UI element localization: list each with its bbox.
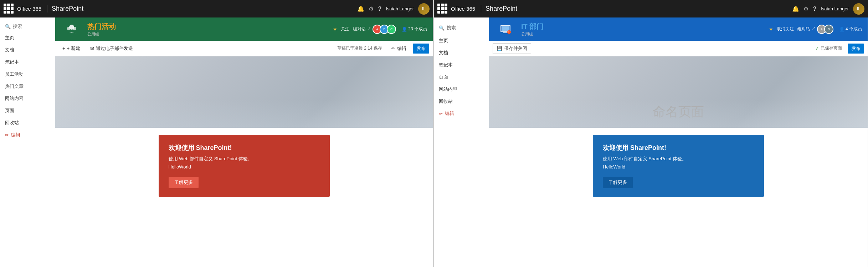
site-title-right: IT 部门 xyxy=(521,22,764,31)
search-row-left[interactable]: 🔍 搜索 xyxy=(0,21,55,32)
member-count-left: 👤 23 个成员 xyxy=(402,26,427,32)
publish-btn-left[interactable]: 发布 xyxy=(413,44,429,54)
sidebar-item-recycle-left[interactable]: 回收站 xyxy=(0,117,55,129)
welcome-box-left: 欢迎使用 SharePoint! 使用 Web 部件自定义 SharePoint… xyxy=(159,135,330,197)
welcome-title-right: 欢迎使用 SharePoint! xyxy=(603,143,754,152)
member-avatar-r2: B xyxy=(824,25,833,34)
welcome-line2-right: HelloWorld xyxy=(603,164,754,170)
waffle-icon-left[interactable] xyxy=(4,4,14,14)
toolbar-right: 💾 保存并关闭 ✓ 已保存页面 发布 xyxy=(489,41,868,56)
content-area-left: 热门活动 公用组 ★ 关注 组对话 ↗ A B C xyxy=(55,17,433,267)
publish-btn-right[interactable]: 发布 xyxy=(848,44,864,54)
member-avatars-left: A B C xyxy=(375,25,396,34)
sidebar-item-sitecontent-right[interactable]: 网站内容 xyxy=(434,83,489,95)
sidebar-item-home-left[interactable]: 主页 xyxy=(0,32,55,44)
page-name-text-right: 命名页面 xyxy=(653,103,704,121)
nav-separator-left xyxy=(47,5,47,12)
waffle-icon-right[interactable] xyxy=(437,4,448,14)
welcome-section-left: 欢迎使用 SharePoint! 使用 Web 部件自定义 SharePoint… xyxy=(55,128,433,267)
site-title-block-right: IT 部门 公用组 xyxy=(521,22,764,37)
welcome-line2-left: HelloWorld xyxy=(169,164,320,170)
pencil-icon-toolbar-left: ✏ xyxy=(391,46,395,51)
email-icon-left: ✉ xyxy=(90,46,94,51)
site-subtitle-right: 公用组 xyxy=(521,31,764,37)
welcome-section-right: 欢迎使用 SharePoint! 使用 Web 部件自定义 SharePoint… xyxy=(489,128,868,267)
sidebar-item-home-right[interactable]: 主页 xyxy=(434,35,489,47)
save-icon-right: 💾 xyxy=(497,46,502,51)
header-actions-left: ★ 关注 组对话 ↗ A B C 👤 23 个成员 xyxy=(333,25,427,34)
unfollow-btn-right[interactable]: 取消关注 xyxy=(777,26,794,32)
member-avatar-3: C xyxy=(387,25,396,34)
bell-icon-left[interactable]: 🔔 xyxy=(357,5,364,12)
email-btn-left[interactable]: ✉ 通过电子邮件发送 xyxy=(87,44,137,54)
site-title-left: 热门活动 xyxy=(87,22,328,31)
search-label-left: 搜索 xyxy=(13,23,22,30)
svg-rect-8 xyxy=(503,32,508,33)
toolbar-left: + + 新建 ✉ 通过电子邮件发送 草稿已于凌晨 2:14 保存 ✏ 编辑 xyxy=(55,41,433,56)
sidebar-item-sitecontent-left[interactable]: 网站内容 xyxy=(0,92,55,105)
sidebar-item-notebook-right[interactable]: 笔记本 xyxy=(434,59,489,71)
sidebar-right: 🔍 搜索 主页 文档 笔记本 页面 网站内容 回收站 ✏ 编辑 xyxy=(434,17,489,267)
sidebar-item-docs-right[interactable]: 文档 xyxy=(434,47,489,59)
top-nav-right: Office 365 SharePoint 🔔 ⚙ ? Isaiah Lange… xyxy=(434,0,868,17)
site-logo-left xyxy=(61,19,82,40)
plus-icon-left: + xyxy=(62,46,65,51)
site-subtitle-left: 公用组 xyxy=(87,31,328,37)
draft-text-left: 草稿已于凌晨 2:14 保存 xyxy=(337,45,382,51)
gear-icon-right[interactable]: ⚙ xyxy=(803,5,808,12)
group-btn-left[interactable]: 组对话 ↗ xyxy=(353,26,371,32)
header-actions-right: ★ 取消关注 组对话 ↗ A B 👤 4 个成员 xyxy=(769,25,862,34)
site-name-left: SharePoint xyxy=(52,5,83,12)
welcome-title-left: 欢迎使用 SharePoint! xyxy=(169,143,320,152)
save-close-btn-right[interactable]: 💾 保存并关闭 xyxy=(493,43,531,54)
question-icon-right[interactable]: ? xyxy=(813,6,816,12)
bell-icon-right[interactable]: 🔔 xyxy=(792,5,799,12)
hero-right: 命名页面 xyxy=(489,56,868,128)
search-icon-left: 🔍 xyxy=(5,24,11,29)
question-icon-left[interactable]: ? xyxy=(378,6,381,12)
sidebar-item-popular-left[interactable]: 热门文章 xyxy=(0,80,55,92)
sidebar-item-docs-left[interactable]: 文档 xyxy=(0,44,55,56)
main-layout-right: 🔍 搜索 主页 文档 笔记本 页面 网站内容 回收站 ✏ 编辑 xyxy=(434,17,868,267)
unfollow-star-right[interactable]: ★ xyxy=(769,26,773,32)
edit-btn-left[interactable]: ✏ 编辑 xyxy=(388,44,410,54)
nav-right-left: 🔔 ⚙ ? Isaiah Langer IL xyxy=(357,3,430,15)
sidebar-item-pages-right[interactable]: 页面 xyxy=(434,71,489,83)
sidebar-item-pages-left[interactable]: 页面 xyxy=(0,105,55,117)
sidebar-item-recycle-right[interactable]: 回收站 xyxy=(434,95,489,107)
pencil-icon-edit-right: ✏ xyxy=(439,111,443,116)
site-header-right: ! IT 部门 公用组 ★ 取消关注 组对话 ↗ xyxy=(489,17,868,41)
saved-text-right: ✓ 已保存页面 xyxy=(815,45,842,51)
user-name-left: Isaiah Langer xyxy=(386,6,414,11)
site-header-left: 热门活动 公用组 ★ 关注 组对话 ↗ A B C xyxy=(55,17,433,41)
follow-star-left[interactable]: ★ xyxy=(333,26,337,32)
svg-rect-7 xyxy=(502,26,509,31)
search-icon-right: 🔍 xyxy=(439,25,445,31)
sidebar-left: 🔍 搜索 主页 文档 笔记本 员工活动 热门文章 网站内容 页面 回收站 ✏ 编… xyxy=(0,17,55,267)
people-icon-right: 👤 xyxy=(839,27,844,32)
sidebar-item-edit-right[interactable]: ✏ 编辑 xyxy=(434,107,489,120)
learn-btn-left[interactable]: 了解更多 xyxy=(169,177,199,188)
user-avatar-right[interactable]: IL xyxy=(853,3,864,15)
svg-text:!: ! xyxy=(508,31,509,34)
edit-label-right: 编辑 xyxy=(445,110,454,117)
member-avatars-right: A B xyxy=(819,25,833,34)
learn-btn-right[interactable]: 了解更多 xyxy=(603,177,633,188)
member-count-right: 👤 4 个成员 xyxy=(839,26,862,32)
main-layout-left: 🔍 搜索 主页 文档 笔记本 员工活动 热门文章 网站内容 页面 回收站 ✏ 编… xyxy=(0,17,433,267)
welcome-line1-right: 使用 Web 部件自定义 SharePoint 体验。 xyxy=(603,156,754,162)
sidebar-item-edit-left[interactable]: ✏ 编辑 xyxy=(0,129,55,141)
check-icon-right: ✓ xyxy=(815,46,819,51)
search-row-right[interactable]: 🔍 搜索 xyxy=(434,21,489,35)
sidebar-item-employee-left[interactable]: 员工活动 xyxy=(0,68,55,80)
sidebar-item-notebook-left[interactable]: 笔记本 xyxy=(0,56,55,68)
search-label-right: 搜索 xyxy=(447,25,456,31)
nav-right-right: 🔔 ⚙ ? Isaiah Langer IL xyxy=(792,3,864,15)
site-logo-right: ! xyxy=(495,19,516,40)
group-btn-right[interactable]: 组对话 ↗ xyxy=(797,26,816,32)
people-icon-left: 👤 xyxy=(402,27,407,32)
follow-btn-left[interactable]: 关注 xyxy=(341,26,349,32)
gear-icon-left[interactable]: ⚙ xyxy=(369,5,374,12)
user-avatar-left[interactable]: IL xyxy=(418,3,430,15)
new-btn-left[interactable]: + + 新建 xyxy=(59,44,84,54)
